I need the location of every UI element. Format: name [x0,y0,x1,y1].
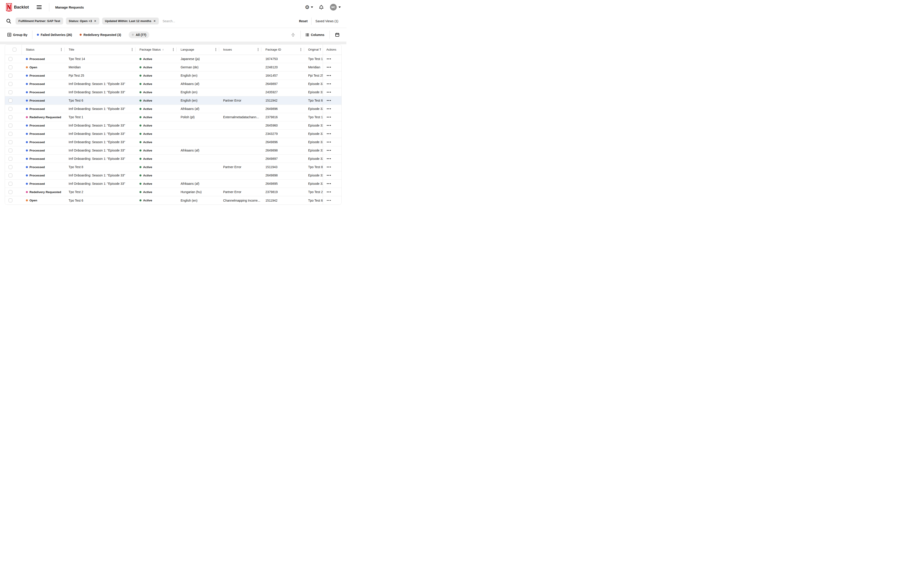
cell-status: Processed [22,130,65,138]
row-actions-button[interactable] [323,155,341,163]
row-checkbox[interactable] [8,107,12,111]
cell-package-id: 1674753 [261,55,304,63]
row-checkbox[interactable] [8,165,12,169]
cell-package-status: Active [135,188,177,196]
row-actions-button[interactable] [323,163,341,171]
filter-chip[interactable]: Status: Open +3✕ [66,18,100,25]
calendar-button[interactable] [335,33,340,37]
package-status-label: Active [143,74,152,77]
netflix-logo-icon[interactable] [6,3,12,11]
row-checkbox[interactable] [8,173,12,177]
header-original-title[interactable]: Original Title [304,44,323,55]
user-menu-button[interactable]: MC [330,4,341,11]
column-menu-icon[interactable] [215,47,217,52]
reset-button[interactable]: Reset [299,19,308,23]
cell-package-status: Active [135,72,177,80]
group-by-button[interactable]: Group By [7,33,28,37]
row-checkbox[interactable] [8,74,12,78]
cell-issues [219,105,261,113]
row-checkbox[interactable] [8,82,12,86]
cell-language [177,121,219,129]
cell-original-title: Tpo Test 6 [304,96,323,105]
row-checkbox[interactable] [8,198,12,202]
row-actions-button[interactable] [323,121,341,129]
row-actions-button[interactable] [323,196,341,204]
search-icon[interactable] [6,18,11,24]
column-menu-icon[interactable] [172,47,175,52]
saved-views-button[interactable]: Saved Views (1) [315,19,338,23]
row-checkbox[interactable] [8,132,12,136]
row-checkbox[interactable] [8,190,12,194]
row-actions-button[interactable] [323,88,341,96]
cell-package-status: Active [135,105,177,113]
row-actions-button[interactable] [323,171,341,179]
row-checkbox[interactable] [8,124,12,128]
row-checkbox[interactable] [8,157,12,161]
row-actions-button[interactable] [323,55,341,63]
row-checkbox[interactable] [8,57,12,61]
status-label: Processed [29,74,45,77]
header-actions: Actions [323,44,341,55]
row-checkbox[interactable] [8,115,12,119]
row-actions-button[interactable] [323,80,341,88]
cell-original-title: Episode 33 [304,180,323,188]
collapse-rows-button[interactable] [291,33,295,37]
search-input[interactable]: Search... [163,19,175,23]
header-title[interactable]: Title [65,44,135,55]
select-all-checkbox[interactable] [13,47,16,51]
row-checkbox[interactable] [8,90,12,94]
cell-language: English (en) [177,88,219,96]
cell-select [5,113,22,121]
row-actions-button[interactable] [323,188,341,196]
settings-menu-button[interactable]: ⚙ [305,5,313,10]
status-label: Processed [29,99,45,102]
status-dot-icon [26,116,28,118]
more-actions-icon [326,99,331,102]
menu-icon[interactable] [37,5,42,9]
row-actions-button[interactable] [323,138,341,146]
cell-package-status: Active [135,180,177,188]
cell-package-id: 2649897 [261,80,304,88]
row-checkbox[interactable] [8,182,12,186]
close-icon[interactable]: ✕ [153,20,156,23]
header-language[interactable]: Language [177,44,219,55]
row-checkbox[interactable] [8,99,12,103]
cell-package-status: Active [135,171,177,179]
column-menu-icon[interactable] [131,47,134,52]
group-tab[interactable]: All (77) [129,31,149,38]
header-issues[interactable]: Issues [219,44,261,55]
row-actions-button[interactable] [323,180,341,188]
more-actions-icon [326,90,331,94]
column-menu-icon[interactable] [257,47,260,52]
column-menu-icon[interactable] [299,47,302,52]
header-package-id[interactable]: Package ID [261,44,304,55]
group-tab[interactable]: Failed Deliveries (26) [37,33,72,37]
row-actions-button[interactable] [323,72,341,80]
cell-title: Tpo Test 1 [65,113,135,121]
cell-select [5,130,22,138]
row-checkbox[interactable] [8,149,12,152]
package-status-dot-icon [139,91,141,93]
close-icon[interactable]: ✕ [94,20,97,23]
row-actions-button[interactable] [323,63,341,71]
cell-package-id: 2379816 [261,113,304,121]
group-tab[interactable]: Redelivery Requested (3) [80,33,121,37]
row-checkbox[interactable] [8,140,12,144]
header-package-status[interactable]: Package Status ↑ [135,44,177,55]
package-status-label: Active [143,165,152,169]
row-actions-button[interactable] [323,105,341,113]
row-actions-button[interactable] [323,146,341,154]
row-actions-button[interactable] [323,96,341,105]
row-actions-button[interactable] [323,130,341,138]
filter-chip[interactable]: Updated Within: Last 12 months✕ [102,18,159,25]
cell-select [5,63,22,71]
column-menu-icon[interactable] [60,47,63,52]
cell-status: Processed [22,180,65,188]
more-actions-icon [326,182,331,185]
filter-chip[interactable]: Fulfillment Partner: SAP Test [16,18,63,25]
header-status[interactable]: Status [22,44,65,55]
columns-button[interactable]: Columns [306,33,324,37]
row-actions-button[interactable] [323,113,341,121]
notifications-button[interactable] [319,5,324,10]
row-checkbox[interactable] [8,65,12,69]
